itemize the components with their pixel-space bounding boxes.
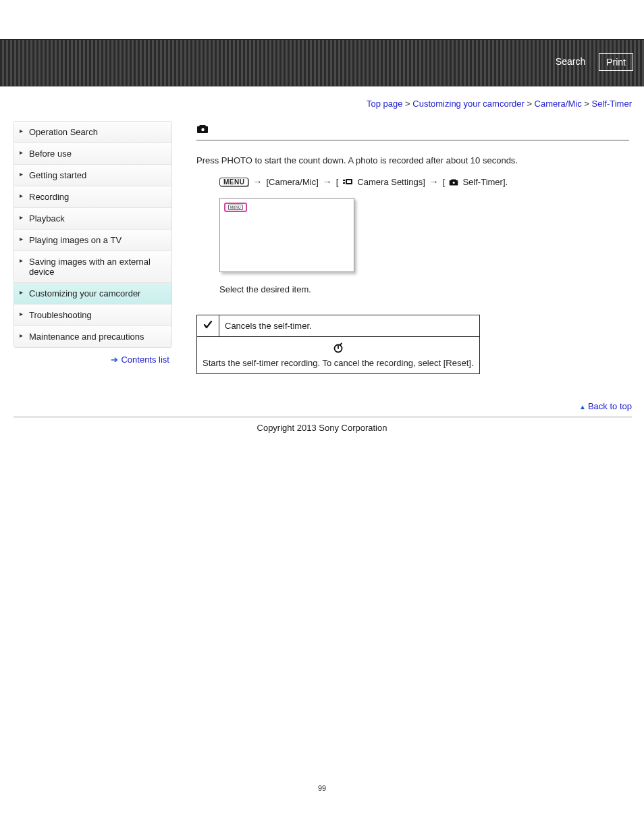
arrow-right-icon: → xyxy=(323,176,332,187)
path-camera-mic: [Camera/Mic] xyxy=(266,177,318,187)
section-header xyxy=(196,121,629,140)
camera-icon xyxy=(449,178,458,186)
intro-text: Press PHOTO to start the count down. A p… xyxy=(196,155,629,165)
breadcrumb: Top page > Customizing your camcorder > … xyxy=(0,86,644,109)
header-bar: Search Print xyxy=(0,39,644,86)
sidebar-item-customizing[interactable]: Customizing your camcorder xyxy=(14,283,171,305)
step-instruction: Select the desired item. xyxy=(196,284,629,294)
table-row: Starts the self-timer recording. To canc… xyxy=(197,337,480,374)
sidebar-item-playing-images-tv[interactable]: Playing images on a TV xyxy=(14,230,171,251)
svg-point-0 xyxy=(201,128,204,131)
breadcrumb-top-page[interactable]: Top page xyxy=(367,99,403,109)
menu-navigation-path: MENU → [Camera/Mic] → [ Camera Settings]… xyxy=(196,172,629,198)
arrow-right-icon: ➔ xyxy=(111,355,118,365)
arrow-right-icon: → xyxy=(429,176,439,187)
sidebar-item-troubleshooting[interactable]: Troubleshooting xyxy=(14,305,171,326)
breadcrumb-separator: > xyxy=(584,99,591,109)
contents-list-link[interactable]: Contents list xyxy=(121,355,169,365)
menu-label-mini: MENU xyxy=(228,205,243,210)
sidebar-item-maintenance[interactable]: Maintenance and precautions xyxy=(14,326,171,347)
path-bracket: [ xyxy=(443,177,446,187)
search-button[interactable]: Search xyxy=(549,53,592,71)
sidebar-item-getting-started[interactable]: Getting started xyxy=(14,165,171,186)
camera-settings-icon xyxy=(342,178,353,186)
breadcrumb-camera-mic[interactable]: Camera/Mic xyxy=(535,99,582,109)
path-bracket: [ xyxy=(336,177,339,187)
path-self-timer: Self-Timer]. xyxy=(462,177,508,187)
option-on-description: Starts the self-timer recording. To canc… xyxy=(203,358,474,368)
sidebar-item-saving-images[interactable]: Saving images with an external device xyxy=(14,251,171,283)
path-camera-settings: Camera Settings] xyxy=(357,177,425,187)
page-number: 99 xyxy=(0,784,644,806)
back-to-top-link[interactable]: Back to top xyxy=(588,401,632,411)
option-off-description: Cancels the self-timer. xyxy=(219,315,480,337)
sidebar-item-recording[interactable]: Recording xyxy=(14,186,171,208)
camera-icon xyxy=(196,124,209,136)
sidebar-item-operation-search[interactable]: Operation Search xyxy=(14,122,171,143)
options-table: Cancels the self-timer. Starts the self-… xyxy=(196,315,480,374)
sidebar-item-before-use[interactable]: Before use xyxy=(14,143,171,165)
menu-highlight: MENU xyxy=(224,203,247,212)
copyright-text: Copyright 2013 Sony Corporation xyxy=(0,417,644,433)
menu-screenshot: MENU xyxy=(219,198,354,272)
menu-button-icon: MENU xyxy=(219,178,248,186)
sidebar: Operation Search Before use Getting star… xyxy=(0,121,172,374)
breadcrumb-current: Self-Timer xyxy=(592,99,632,109)
breadcrumb-separator: > xyxy=(527,99,534,109)
option-on-cell: Starts the self-timer recording. To canc… xyxy=(197,337,480,374)
svg-rect-2 xyxy=(347,180,351,183)
breadcrumb-customizing[interactable]: Customizing your camcorder xyxy=(412,99,524,109)
triangle-up-icon: ▲ xyxy=(579,403,586,411)
table-row: Cancels the self-timer. xyxy=(197,315,480,337)
svg-point-3 xyxy=(453,181,455,183)
arrow-right-icon: → xyxy=(252,176,262,187)
main-content: Press PHOTO to start the count down. A p… xyxy=(172,121,644,374)
checkmark-icon xyxy=(203,319,213,332)
print-button[interactable]: Print xyxy=(599,53,633,71)
self-timer-icon xyxy=(333,342,344,355)
breadcrumb-separator: > xyxy=(405,99,412,109)
option-off-icon-cell xyxy=(197,315,219,337)
sidebar-item-playback[interactable]: Playback xyxy=(14,208,171,230)
